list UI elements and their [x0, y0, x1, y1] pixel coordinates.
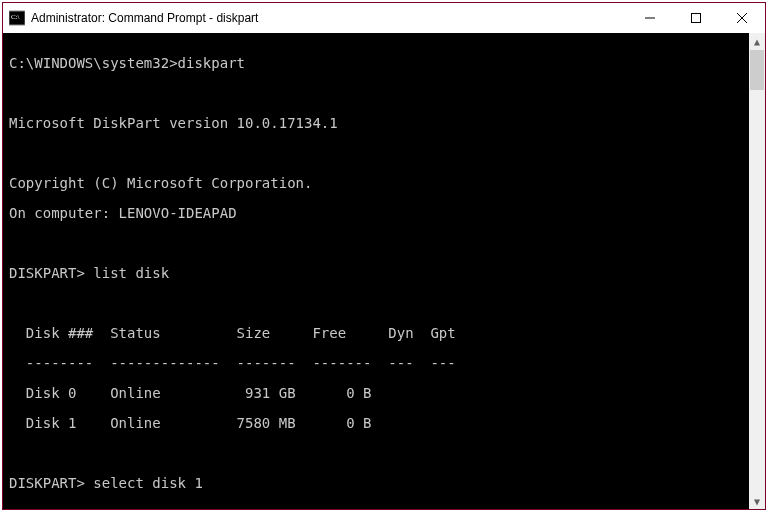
vertical-scrollbar[interactable]: ▲ ▼ — [749, 33, 765, 509]
cmd-diskpart: diskpart — [178, 55, 245, 71]
terminal-area[interactable]: C:\WINDOWS\system32>diskpart Microsoft D… — [3, 33, 765, 509]
svg-rect-3 — [692, 14, 701, 23]
scroll-down-arrow-icon[interactable]: ▼ — [749, 493, 765, 509]
cmd-icon: C:\ — [9, 10, 25, 26]
prompt-line: C:\WINDOWS\system32>diskpart — [9, 56, 765, 71]
dp-prompt: DISKPART> — [9, 265, 85, 281]
titlebar[interactable]: C:\ Administrator: Command Prompt - disk… — [3, 3, 765, 33]
blank-line — [9, 236, 765, 251]
blank-line — [9, 296, 765, 311]
cmd-select-disk: select disk 1 — [93, 475, 203, 491]
cmd-list-disk: list disk — [93, 265, 169, 281]
table-header: Disk ### Status Size Free Dyn Gpt — [9, 326, 765, 341]
dp-prompt: DISKPART> — [9, 475, 85, 491]
command-prompt-window: C:\ Administrator: Command Prompt - disk… — [2, 2, 766, 510]
table-row: Disk 0 Online 931 GB 0 B — [9, 386, 765, 401]
dp-prompt-line: DISKPART> list disk — [9, 266, 765, 281]
version-line: Microsoft DiskPart version 10.0.17134.1 — [9, 116, 765, 131]
scroll-up-arrow-icon[interactable]: ▲ — [749, 33, 765, 49]
maximize-button[interactable] — [673, 3, 719, 33]
window-controls — [627, 3, 765, 33]
table-row: Disk 1 Online 7580 MB 0 B — [9, 416, 765, 431]
window-title: Administrator: Command Prompt - diskpart — [31, 11, 258, 25]
minimize-button[interactable] — [627, 3, 673, 33]
blank-line — [9, 446, 765, 461]
dp-prompt-line: DISKPART> select disk 1 — [9, 476, 765, 491]
copyright-line: Copyright (C) Microsoft Corporation. — [9, 176, 765, 191]
computer-line: On computer: LENOVO-IDEAPAD — [9, 206, 765, 221]
cwd-prompt: C:\WINDOWS\system32> — [9, 55, 178, 71]
blank-line — [9, 506, 765, 509]
blank-line — [9, 146, 765, 161]
close-button[interactable] — [719, 3, 765, 33]
scrollbar-thumb[interactable] — [750, 50, 764, 90]
table-divider: -------- ------------- ------- ------- -… — [9, 356, 765, 371]
blank-line — [9, 86, 765, 101]
svg-text:C:\: C:\ — [11, 13, 20, 21]
